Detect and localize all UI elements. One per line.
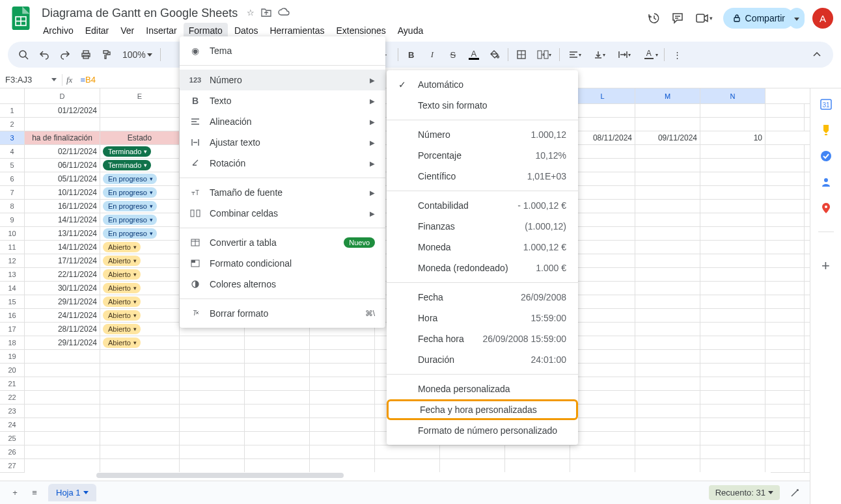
cell[interactable] [635,377,700,390]
cell[interactable] [635,145,700,158]
cell[interactable] [765,282,805,295]
cell[interactable] [570,418,635,431]
cell[interactable] [700,159,765,172]
cell[interactable]: 28/11/2024 [25,323,100,336]
cell[interactable] [700,309,765,322]
menu-item-custom-datetime[interactable]: Fecha y hora personalizadas [387,399,578,420]
row-header[interactable]: 13 [0,268,25,281]
row-header[interactable]: 7 [0,186,25,199]
cell[interactable] [25,405,100,418]
menu-item-date[interactable]: Fecha26/09/2008 [387,287,578,308]
status-chip[interactable]: Terminado [103,160,151,170]
cell[interactable] [570,227,635,240]
cell[interactable] [570,241,635,254]
cell[interactable] [700,459,765,472]
cell[interactable]: 17/11/2024 [25,254,100,267]
row-header[interactable]: 23 [0,405,25,418]
row-header[interactable]: 9 [0,213,25,226]
cell[interactable] [245,459,310,472]
cell[interactable] [635,118,700,131]
menu-item-table[interactable]: Convertir a tablaNuevo [180,232,385,253]
cell[interactable] [310,459,375,472]
cell[interactable]: ha de finalización [25,131,100,144]
cell[interactable] [245,350,310,363]
cell[interactable] [570,268,635,281]
cell[interactable] [25,364,100,377]
cell[interactable] [180,405,245,418]
col-header[interactable]: D [25,88,100,103]
cell[interactable] [765,268,805,281]
cell[interactable] [765,172,805,185]
cell[interactable] [635,336,700,349]
cell[interactable] [310,432,375,445]
cell[interactable] [310,350,375,363]
cell[interactable] [100,118,180,131]
cell[interactable] [765,241,805,254]
cell[interactable] [700,104,765,117]
menu-item-currency-rounded[interactable]: Moneda (redondeado)1.000 € [387,258,578,278]
menu-item-duration[interactable]: Duración24:01:00 [387,349,578,370]
cell[interactable] [635,254,700,267]
account-avatar[interactable]: A [812,8,833,29]
cell[interactable] [180,459,245,472]
cell[interactable] [310,391,375,404]
row-header[interactable]: 12 [0,254,25,267]
cell[interactable] [765,364,805,377]
cell[interactable] [310,336,375,349]
cell[interactable] [700,432,765,445]
cell[interactable] [180,350,245,363]
tasks-icon[interactable] [820,150,833,163]
cell[interactable] [375,445,440,458]
explore-icon[interactable] [785,483,805,503]
collapse-toolbar-icon[interactable] [807,45,827,64]
cell[interactable] [570,309,635,322]
cell[interactable] [570,159,635,172]
cell[interactable] [310,377,375,390]
cell[interactable] [100,377,180,390]
cell[interactable] [245,405,310,418]
cell[interactable] [635,418,700,431]
menu-item-percent[interactable]: Porcentaje10,12% [387,145,578,166]
cell[interactable] [700,227,765,240]
cell[interactable] [635,213,700,226]
cell[interactable] [635,186,700,199]
cell[interactable] [100,364,180,377]
menu-item-custom-currency[interactable]: Moneda personalizada [387,378,578,399]
comments-icon[interactable] [670,10,685,26]
row-header[interactable]: 1 [0,104,25,117]
cell[interactable] [100,459,180,472]
cell[interactable]: 29/11/2024 [25,295,100,308]
cell[interactable]: 13/11/2024 [25,227,100,240]
cell[interactable]: En progreso [100,186,180,199]
meet-icon[interactable]: ▾ [693,10,715,26]
cell[interactable] [570,364,635,377]
cell[interactable] [700,391,765,404]
row-header[interactable]: 21 [0,377,25,390]
row-header[interactable]: 20 [0,364,25,377]
cell[interactable] [765,459,805,472]
selection-count[interactable]: Recuento: 31 [709,485,780,500]
status-chip[interactable]: Abierto [103,324,141,334]
menu-item-auto[interactable]: ✓Automático [387,74,578,95]
cell[interactable]: 22/11/2024 [25,268,100,281]
menu-item-financial[interactable]: Finanzas(1.000,12) [387,216,578,237]
status-chip[interactable]: Abierto [103,338,141,348]
cell[interactable] [100,405,180,418]
cell[interactable] [765,254,805,267]
cell[interactable]: 10/11/2024 [25,186,100,199]
cell[interactable]: En progreso [100,172,180,185]
menu-archivo[interactable]: Archivo [38,23,79,38]
cell[interactable] [245,336,310,349]
cell[interactable] [100,104,180,117]
menu-item-conditional[interactable]: Formato condicional [180,253,385,274]
cloud-status-icon[interactable] [278,8,290,19]
cell[interactable] [635,200,700,213]
cell[interactable]: 14/11/2024 [25,241,100,254]
cell[interactable]: 08/11/2024 [570,131,635,144]
redo-icon[interactable] [56,46,74,64]
cell[interactable] [25,118,100,131]
cell[interactable] [570,118,635,131]
menu-item-altcolors[interactable]: Colores alternos [180,274,385,295]
row-header[interactable]: 27 [0,459,25,472]
cell[interactable] [25,350,100,363]
